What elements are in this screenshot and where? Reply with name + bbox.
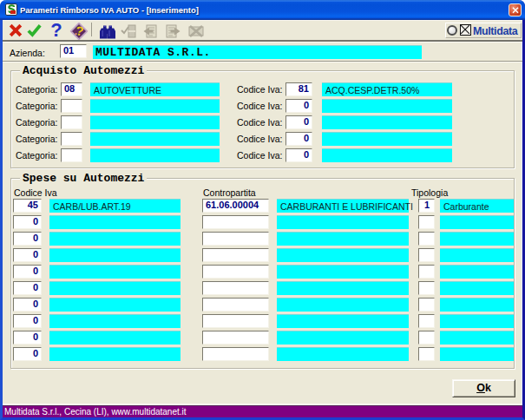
- svg-text:?: ?: [75, 23, 84, 38]
